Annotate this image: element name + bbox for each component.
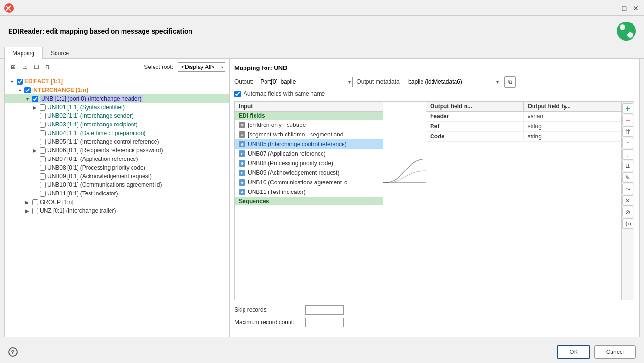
select-root-wrapper: <Display All> ▾	[175, 62, 225, 72]
tree-item-unb04[interactable]: ▶ UNB04 [1:1] (Date time of preparation)	[5, 129, 229, 137]
automap-label: Automap fields with same name	[244, 91, 325, 97]
maximize-button[interactable]: □	[621, 4, 628, 12]
tree-checkbox-unb03[interactable]	[40, 122, 46, 128]
tree-item-unb10[interactable]: ▶ UNB10 [0:1] (Communications agreement …	[5, 181, 229, 189]
tree-toggle-edifact[interactable]: ▾	[9, 78, 15, 85]
tree-checkbox-group[interactable]	[32, 199, 38, 205]
skip-records-input[interactable]	[305, 305, 344, 315]
tree-item-unb05[interactable]: ▶ UNB05 [1:1] (Interchange control refer…	[5, 137, 229, 146]
input-item-unb11[interactable]: e UNB11 (Test indicator)	[235, 187, 383, 197]
tree-checkbox-interchange[interactable]	[24, 87, 31, 93]
tree-item-unb11[interactable]: ▶ UNB11 [0:1] (Test indicator)	[5, 189, 229, 198]
move-bottom-button[interactable]: ⇊	[622, 161, 633, 171]
cancel-button[interactable]: Cancel	[594, 345, 636, 359]
sort-button[interactable]: ⇅	[43, 62, 53, 72]
tree-checkbox-unz[interactable]	[32, 208, 38, 214]
unb07-icon: e	[239, 150, 245, 157]
copy-button[interactable]: ⧉	[504, 76, 516, 88]
tree-item-unb02[interactable]: ▶ UNB02 [1:1] (Interchange sender)	[5, 112, 229, 120]
input-item-children-only-label: [children only - subtree]	[248, 122, 308, 128]
tree-item-unb09[interactable]: ▶ UNB09 [0:1] (Acknowledgement request)	[5, 172, 229, 181]
tab-source[interactable]: Source	[43, 47, 77, 59]
close-icon	[4, 4, 12, 12]
tree-checkbox-unb08[interactable]	[40, 165, 46, 171]
delete-button[interactable]: ✕	[622, 195, 633, 206]
tree-label-unb11: UNB11 [0:1] (Test indicator)	[47, 190, 118, 197]
tree-item-unb[interactable]: ▾ UNB [1:1] (port 0) (Interchange header…	[5, 94, 229, 103]
max-records-input[interactable]	[305, 318, 344, 327]
remove-mapping-button[interactable]: −	[622, 115, 633, 125]
tree-item-unb03[interactable]: ▶ UNB03 [1:1] (Interchange recipient)	[5, 120, 229, 129]
output-cell-header-field: header	[426, 112, 524, 121]
input-item-segment-children[interactable]: ≡ [segment with children - segment and	[235, 130, 383, 139]
move-up-button[interactable]: ↑	[622, 138, 633, 148]
sequences-label: Sequences	[235, 197, 383, 205]
check-all-button[interactable]: ☑	[20, 62, 30, 72]
help-button[interactable]: ?	[8, 347, 18, 357]
tree-checkbox-unb09[interactable]	[40, 173, 46, 180]
ok-button[interactable]: OK	[557, 345, 590, 359]
tree-item-group[interactable]: ▶ GROUP [1:n]	[5, 198, 229, 206]
expand-all-button[interactable]: ⊞	[9, 62, 18, 72]
close-button[interactable]: ✕	[632, 4, 640, 12]
move-down-button[interactable]: ↓	[622, 149, 633, 160]
tree-toggle-unb[interactable]: ▾	[24, 95, 31, 102]
input-item-unb07-label: UNB07 (Application reference)	[248, 150, 326, 157]
bottom-bar: ? OK Cancel	[0, 341, 644, 363]
tree-item-unb07[interactable]: ▶ UNB07 [0:1] (Application reference)	[5, 155, 229, 163]
input-item-unb10-label: UNB10 (Communications agreement ic	[248, 179, 347, 186]
tree-item-unb06[interactable]: ▶ UNB06 [0:1] (Recipients reference pass…	[5, 146, 229, 155]
tree-checkbox-edifact[interactable]	[17, 79, 23, 85]
tree-item-unz[interactable]: ▶ UNZ [0:1] (Interchange trailer)	[5, 206, 229, 215]
tree-label-unb07: UNB07 [0:1] (Application reference)	[47, 156, 138, 162]
input-item-unb08[interactable]: e UNB08 (Processing priority code)	[235, 159, 383, 168]
input-item-unb09[interactable]: e UNB09 (Acknowledgement request)	[235, 168, 383, 178]
tree-checkbox-unb01[interactable]	[40, 104, 46, 111]
select-root-dropdown[interactable]: <Display All>	[178, 62, 225, 72]
edit-button[interactable]: ✎	[622, 172, 633, 183]
tree-checkbox-unb10[interactable]	[40, 182, 46, 188]
tree-toggle-unb06[interactable]: ▶	[32, 147, 38, 154]
tree-label-unb10: UNB10 [0:1] (Communications agreement id…	[47, 182, 162, 188]
tree-item-unb01[interactable]: ▶ UNB01 [1:1] (Syntax identifier)	[5, 103, 229, 112]
input-panel-header: Input	[235, 102, 383, 112]
tree-toggle-interchange[interactable]: ▾	[16, 87, 23, 93]
tree-toggle-group[interactable]: ▶	[24, 199, 31, 205]
uncheck-all-button[interactable]: ☐	[32, 62, 41, 72]
tree-item-edifact[interactable]: ▾ EDIFACT [1:1]	[5, 77, 229, 86]
tree-toggle-unb01[interactable]: ▶	[32, 104, 38, 111]
input-item-unb10[interactable]: e UNB10 (Communications agreement ic	[235, 178, 383, 187]
connect-button[interactable]: ⤳	[622, 184, 633, 194]
tabs-bar: Mapping Source	[0, 46, 644, 59]
input-item-unb05-label: UNB05 (Interchange control reference)	[248, 141, 347, 147]
add-mapping-button[interactable]: +	[622, 103, 633, 114]
tree-checkbox-unb11[interactable]	[40, 191, 46, 197]
tree-checkbox-unb04[interactable]	[40, 130, 46, 136]
tree-item-interchange[interactable]: ▾ INTERCHANGE [1:n]	[5, 86, 229, 94]
tree-checkbox-unb06[interactable]	[40, 147, 46, 154]
output-row-ref[interactable]: Ref string	[426, 122, 621, 132]
tree-checkbox-unb02[interactable]	[40, 113, 46, 119]
minimize-button[interactable]: —	[609, 4, 617, 12]
output-row-code[interactable]: Code string	[426, 132, 621, 142]
input-item-unb07[interactable]: e UNB07 (Application reference)	[235, 149, 383, 159]
automap-checkbox[interactable]	[234, 91, 241, 97]
unb09-icon: e	[239, 170, 245, 176]
tree-checkbox-unb[interactable]	[32, 96, 38, 102]
input-item-unb05[interactable]: e UNB05 (Interchange control reference)	[235, 139, 383, 149]
output-row-header[interactable]: header variant	[426, 112, 621, 122]
tab-mapping[interactable]: Mapping	[4, 47, 43, 59]
output-metadata-dropdown[interactable]: baplie (id:Metadata6)	[405, 77, 500, 87]
input-item-children-only[interactable]: ≡ [children only - subtree]	[235, 120, 383, 130]
output-cell-code-type: string	[524, 132, 622, 141]
expression-button[interactable]: f(x)	[622, 218, 633, 229]
tree-toggle-unz[interactable]: ▶	[24, 207, 31, 214]
tree-checkbox-unb07[interactable]	[40, 156, 46, 162]
disconnect-button[interactable]: ⊘	[622, 207, 633, 217]
unb11-icon: e	[239, 189, 245, 195]
close-window-button[interactable]	[4, 3, 14, 13]
tree-item-unb08[interactable]: ▶ UNB08 [0:1] (Processing priority code)	[5, 163, 229, 172]
move-top-button[interactable]: ⇈	[622, 126, 633, 137]
output-dropdown[interactable]: Port[0]: baplie	[257, 77, 353, 87]
tree-checkbox-unb05[interactable]	[40, 139, 46, 145]
